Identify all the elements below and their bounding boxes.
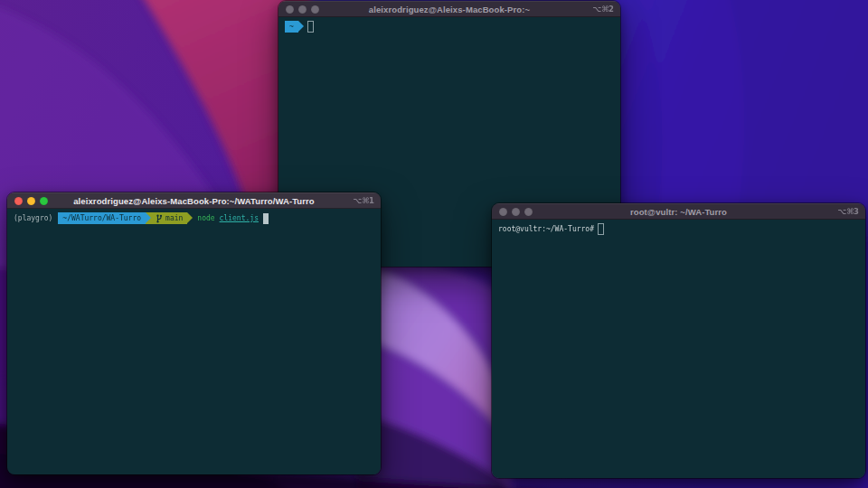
terminal-cursor [307,21,314,33]
prompt-path-segment: ~ [285,21,298,33]
prompt-text: root@vultr:~/WA-Turro# [498,225,594,233]
zoom-button[interactable] [524,208,533,216]
titlebar[interactable]: aleixrodriguez@Aleixs-MacBook-Pro:~ ⌥⌘2 [278,1,620,17]
terminal-window-waturro[interactable]: aleixrodriguez@Aleixs-MacBook-Pro:~/WATu… [7,192,381,474]
desktop: aleixrodriguez@Aleixs-MacBook-Pro:~ ⌥⌘2 … [0,0,868,488]
terminal-cursor [263,213,269,224]
prompt-path-segment: ~/WATurro/WA-Turro [58,212,146,224]
zoom-button[interactable] [311,5,319,14]
window-shortcut-badge: ⌥⌘2 [592,1,614,17]
window-shortcut-badge: ⌥⌘3 [837,203,859,220]
terminal-content[interactable]: (playgro) ~/WATurro/WA-Turro main [7,209,381,474]
titlebar[interactable]: aleixrodriguez@Aleixs-MacBook-Pro:~/WATu… [7,192,381,209]
command-text: node [197,214,214,222]
minimize-button[interactable] [298,5,307,14]
terminal-content[interactable]: root@vultr:~/WA-Turro# [492,220,865,478]
traffic-lights [14,192,48,209]
window-shortcut-badge: ⌥⌘1 [353,192,374,209]
terminal-cursor [598,223,604,235]
powerline-arrow-icon [187,212,193,224]
window-title: aleixrodriguez@Aleixs-MacBook-Pro:~/WATu… [73,196,315,206]
powerline-arrow-icon [298,21,304,33]
traffic-lights [499,203,533,220]
terminal-window-vultr[interactable]: root@vultr: ~/WA-Turro ⌥⌘3 root@vultr:~/… [492,203,865,478]
virtualenv-label: (playgro) [14,214,52,222]
window-title: root@vultr: ~/WA-Turro [630,207,727,217]
titlebar[interactable]: root@vultr: ~/WA-Turro ⌥⌘3 [492,203,865,220]
close-button[interactable] [499,208,507,216]
shell-prompt: root@vultr:~/WA-Turro# [498,223,859,235]
shell-prompt: ~ [285,21,614,33]
git-branch-icon [156,214,163,223]
minimize-button[interactable] [512,208,520,216]
shell-prompt: (playgro) ~/WATurro/WA-Turro main [14,212,374,224]
zoom-button[interactable] [40,197,48,205]
prompt-git-segment: main [151,212,187,224]
close-button[interactable] [14,197,23,205]
traffic-lights [286,1,319,17]
command-argument: client.js [220,214,259,222]
git-branch-name: main [165,214,183,222]
minimize-button[interactable] [27,197,35,205]
close-button[interactable] [286,5,294,14]
window-title: aleixrodriguez@Aleixs-MacBook-Pro:~ [369,5,530,14]
